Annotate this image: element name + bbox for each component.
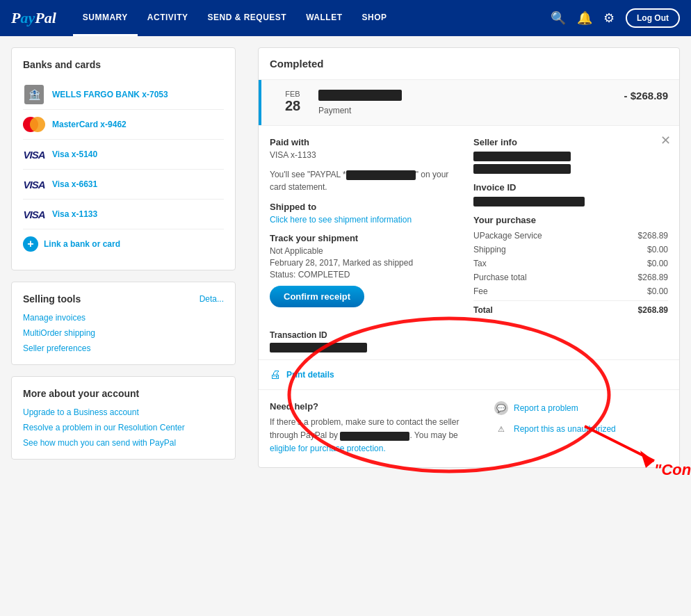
transaction-id-section: Transaction ID xyxy=(259,330,679,360)
purchase-total-price: $268.89 xyxy=(638,273,668,282)
more-section: More about your account Upgrade to a Bus… xyxy=(11,376,236,460)
transaction-date: FEB 28 xyxy=(275,90,310,114)
mc-circle-right xyxy=(30,117,45,132)
report-problem-link[interactable]: 💬 Report a problem xyxy=(494,401,668,415)
transaction-id-label: Transaction ID xyxy=(270,330,668,340)
banks-section: Banks and cards 🏦 WELLS FARGO BANK x-705… xyxy=(11,47,236,270)
mastercard-icon xyxy=(23,117,45,132)
transaction-month: FEB xyxy=(275,90,310,98)
bank-building-icon: 🏦 xyxy=(23,87,45,102)
help-title: Need help? xyxy=(270,401,480,412)
shipping-price: $0.00 xyxy=(647,245,668,254)
help-section: Need help? If there's a problem, make su… xyxy=(259,390,679,467)
navbar: PayPal SUMMARY ACTIVITY SEND & REQUEST W… xyxy=(0,0,691,36)
visa-text-6631: VISA xyxy=(23,179,44,191)
seller-info-label: Seller info xyxy=(473,137,668,147)
main-content: Completed FEB 28 Payment - $268.89 ✕ xyxy=(247,36,691,616)
print-details-link[interactable]: Print details xyxy=(286,370,334,380)
print-icon: 🖨 xyxy=(270,368,281,381)
purchase-section: Your purchase UPackage Service $268.89 S… xyxy=(473,215,668,315)
details-link[interactable]: Deta... xyxy=(200,294,224,304)
chat-icon: 💬 xyxy=(494,401,508,415)
send-limit-link[interactable]: See how much you can send with PayPal xyxy=(23,438,224,448)
upgrade-business-link[interactable]: Upgrade to a Business account xyxy=(23,407,224,417)
bank-icon-shape: 🏦 xyxy=(24,85,44,104)
paid-with-value: VISA x-1133 xyxy=(270,150,460,160)
selling-links: Manage invoices MultiOrder shipping Sell… xyxy=(23,313,224,353)
invoice-id-redacted xyxy=(473,197,585,206)
shipping-row: Shipping $0.00 xyxy=(473,245,668,254)
banks-title: Banks and cards xyxy=(23,59,224,70)
paypal-logo: PayPal xyxy=(11,9,56,27)
visa-text-1133: VISA xyxy=(23,209,44,220)
nav-summary[interactable]: SUMMARY xyxy=(73,0,138,36)
seller-section: Seller info xyxy=(473,137,668,174)
tax-price: $0.00 xyxy=(647,259,668,268)
detail-right: Seller info Invoice ID Your purchase UPa… xyxy=(473,137,668,319)
report-unauth-label: Report this as unauthorized xyxy=(514,424,616,434)
more-links: Upgrade to a Business account Resolve a … xyxy=(23,407,224,448)
track-label: Track your shipment xyxy=(270,233,460,243)
purchase-protection-link[interactable]: eligible for purchase protection. xyxy=(270,444,386,453)
track-value: Not Applicable xyxy=(270,246,460,256)
detail-section: ✕ Paid with VISA x-1133 You'll see "PAYP… xyxy=(259,126,679,330)
logout-button[interactable]: Log Out xyxy=(626,8,680,28)
mastercard-label: MasterCard x-9462 xyxy=(52,120,127,129)
sidebar: Banks and cards 🏦 WELLS FARGO BANK x-705… xyxy=(0,36,247,616)
bell-icon[interactable]: 🔔 xyxy=(577,10,592,26)
add-icon: + xyxy=(23,236,38,252)
purchase-item-name: UPackage Service xyxy=(473,231,542,241)
selling-section: Selling tools Deta... Manage invoices Mu… xyxy=(11,282,236,365)
nav-activity[interactable]: ACTIVITY xyxy=(138,0,198,36)
selling-header: Selling tools Deta... xyxy=(23,293,224,305)
track-status: Status: COMPLETED xyxy=(270,270,460,279)
track-section: Track your shipment Not Applicable Febru… xyxy=(270,233,460,307)
paid-with-note: You'll see "PAYPAL *" on your card state… xyxy=(270,168,460,193)
nav-wallet[interactable]: WALLET xyxy=(296,0,352,36)
total-price: $268.89 xyxy=(638,305,668,315)
bank-wells-fargo-label: WELLS FARGO BANK x-7053 xyxy=(52,90,168,99)
seller-email-redacted xyxy=(473,164,571,174)
close-button[interactable]: ✕ xyxy=(660,133,671,148)
add-bank-link[interactable]: + Link a bank or card xyxy=(23,229,224,259)
confirm-receipt-button[interactable]: Confirm receipt xyxy=(270,286,364,307)
selling-title: Selling tools xyxy=(23,293,81,305)
bank-visa-5140[interactable]: VISA Visa x-5140 xyxy=(23,140,224,170)
shipment-info-link[interactable]: Click here to see shipment information xyxy=(270,215,460,225)
paid-with-label: Paid with xyxy=(270,137,460,147)
visa-icon-1133: VISA xyxy=(23,206,45,222)
bank-mastercard[interactable]: MasterCard x-9462 xyxy=(23,110,224,140)
purchase-total-row: Purchase total $268.89 xyxy=(473,273,668,282)
bank-visa-6631[interactable]: VISA Visa x-6631 xyxy=(23,170,224,200)
nav-send-request[interactable]: SEND & REQUEST xyxy=(198,0,297,36)
invoice-id-label: Invoice ID xyxy=(473,182,668,193)
visa-text-5140: VISA xyxy=(23,149,44,161)
bank-visa-1133[interactable]: VISA Visa x-1133 xyxy=(23,200,224,229)
seller-preferences-link[interactable]: Seller preferences xyxy=(23,343,224,353)
bank-wells-fargo[interactable]: 🏦 WELLS FARGO BANK x-7053 xyxy=(23,80,224,110)
redacted-paypal-name xyxy=(346,170,416,180)
report-unauthorized-link[interactable]: ⚠ Report this as unauthorized xyxy=(494,422,668,436)
purchase-total-label: Purchase total xyxy=(473,273,527,282)
search-icon[interactable]: 🔍 xyxy=(551,10,566,26)
help-left: Need help? If there's a problem, make su… xyxy=(270,401,480,456)
purchase-label: Your purchase xyxy=(473,215,668,225)
print-section: 🖨 Print details xyxy=(259,360,679,390)
total-row: Total $268.89 xyxy=(473,300,668,315)
multiorder-shipping-link[interactable]: MultiOrder shipping xyxy=(23,328,224,338)
help-right: 💬 Report a problem ⚠ Report this as unau… xyxy=(494,401,668,456)
seller-name-redacted xyxy=(473,152,571,161)
total-label: Total xyxy=(473,305,493,315)
detail-left: Paid with VISA x-1133 You'll see "PAYPAL… xyxy=(270,137,473,319)
track-date: February 28, 2017, Marked as shipped xyxy=(270,258,460,268)
transaction-type: Payment xyxy=(318,106,624,115)
manage-invoices-link[interactable]: Manage invoices xyxy=(23,313,224,323)
visa-1133-label: Visa x-1133 xyxy=(52,209,97,219)
resolve-problem-link[interactable]: Resolve a problem in our Resolution Cent… xyxy=(23,423,224,432)
nav-links: SUMMARY ACTIVITY SEND & REQUEST WALLET S… xyxy=(73,0,551,36)
nav-shop[interactable]: SHOP xyxy=(352,0,397,36)
transaction-row: FEB 28 Payment - $268.89 xyxy=(259,80,679,126)
fee-label: Fee xyxy=(473,286,488,296)
gear-icon[interactable]: ⚙ xyxy=(603,10,615,26)
transaction-day: 28 xyxy=(275,98,310,114)
